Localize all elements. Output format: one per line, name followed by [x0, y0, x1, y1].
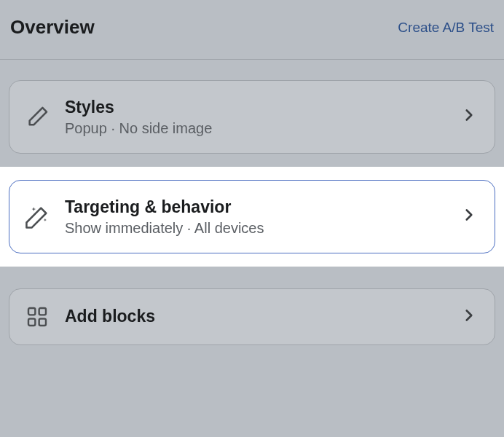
svg-rect-0 — [28, 308, 35, 315]
svg-rect-1 — [39, 308, 46, 315]
styles-card[interactable]: Styles Popup · No side image — [9, 80, 495, 154]
page-title: Overview — [10, 16, 95, 39]
targeting-card[interactable]: Targeting & behavior Show immediately · … — [9, 180, 495, 253]
chevron-right-icon — [460, 205, 479, 227]
styles-card-subtitle: Popup · No side image — [65, 120, 460, 137]
styles-card-title: Styles — [65, 97, 460, 119]
header: Overview Create A/B Test — [0, 0, 504, 60]
create-ab-test-link[interactable]: Create A/B Test — [398, 20, 494, 36]
chevron-right-icon — [460, 106, 479, 127]
targeting-card-title: Targeting & behavior — [65, 197, 460, 219]
targeting-card-body: Targeting & behavior Show immediately · … — [65, 197, 460, 237]
pencil-icon — [25, 104, 55, 129]
svg-rect-3 — [39, 318, 46, 325]
add-blocks-card[interactable]: Add blocks — [9, 288, 495, 345]
chevron-right-icon — [460, 306, 479, 328]
targeting-card-subtitle: Show immediately · All devices — [65, 220, 460, 237]
content-area: Styles Popup · No side image Targeting &… — [0, 60, 504, 345]
active-card-wrapper: Targeting & behavior Show immediately · … — [0, 167, 504, 267]
magic-wand-icon — [25, 204, 55, 229]
add-blocks-card-title: Add blocks — [65, 307, 460, 326]
blocks-grid-icon — [25, 305, 55, 328]
add-blocks-card-body: Add blocks — [65, 307, 460, 326]
styles-card-body: Styles Popup · No side image — [65, 97, 460, 137]
svg-rect-2 — [28, 318, 35, 325]
